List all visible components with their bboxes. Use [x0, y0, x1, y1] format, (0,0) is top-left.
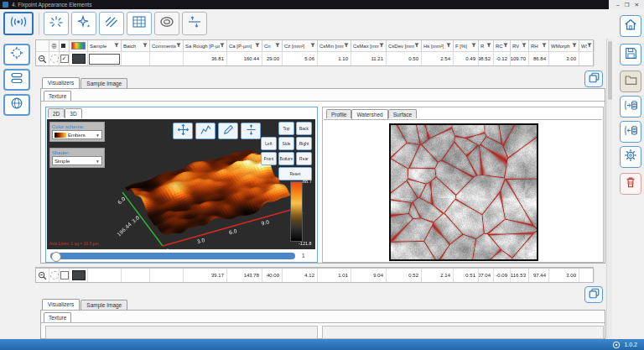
grid-tool-button[interactable] [127, 12, 152, 35]
zoom-out-button[interactable] [36, 269, 49, 282]
cell-sample[interactable] [88, 269, 122, 282]
shader-dropdown[interactable]: Simple ▼ [52, 156, 102, 165]
cell-comments[interactable] [150, 52, 184, 65]
render-3d-viewport[interactable]: Color scheme: Embers ▼ Shader: Simple ▼ … [47, 119, 315, 249]
column-header[interactable]: Sample [88, 40, 122, 51]
filter-funnel-icon[interactable] [414, 43, 419, 49]
printer-icon[interactable] [49, 40, 60, 51]
filter-funnel-icon[interactable] [446, 43, 451, 49]
slider-thumb[interactable] [51, 252, 61, 262]
scrollbar-thumb[interactable] [608, 41, 612, 100]
filter-funnel-icon[interactable] [522, 43, 527, 49]
row-checkbox[interactable] [60, 269, 70, 282]
filter-funnel-icon[interactable] [220, 43, 225, 49]
filter-funnel-icon[interactable] [503, 43, 508, 49]
column-header[interactable]: Cn [262, 40, 283, 51]
vertical-scrollbar[interactable] [606, 39, 612, 339]
tab-profile[interactable]: Profile [326, 109, 351, 118]
delete-button[interactable] [620, 173, 641, 195]
profile-chart-button[interactable] [195, 123, 216, 139]
filter-funnel-icon[interactable] [143, 43, 148, 49]
view-side-button[interactable]: Side [278, 137, 294, 150]
tab-3d[interactable]: 3D [65, 108, 81, 118]
zoom-out-button[interactable] [36, 52, 49, 65]
maximize-button[interactable]: ❐ [625, 0, 630, 9]
z-scale-slider[interactable] [50, 253, 295, 259]
tab-texture-2[interactable]: Texture [44, 312, 71, 322]
column-header[interactable]: CsMin [mm²] [318, 40, 351, 51]
level-split-button[interactable] [241, 123, 261, 139]
column-header[interactable]: F [%] [454, 40, 479, 51]
view-back-button[interactable]: Back [296, 122, 312, 135]
import-data-button[interactable] [620, 121, 641, 143]
export-data-button[interactable] [620, 96, 641, 118]
filter-funnel-icon[interactable] [310, 43, 315, 49]
globe-button[interactable] [3, 94, 30, 116]
column-header[interactable]: RV [511, 40, 529, 51]
column-header[interactable]: R [479, 40, 494, 51]
column-header[interactable]: WS [%] [579, 40, 595, 51]
view-top-button[interactable]: Top [278, 122, 294, 135]
column-header[interactable]: Cz [mm²] [283, 40, 318, 51]
leveling-tool-button[interactable] [182, 12, 207, 35]
sparkle-tool-button[interactable] [71, 12, 96, 35]
column-header[interactable]: WMorph [549, 40, 579, 51]
filter-funnel-icon[interactable] [587, 43, 592, 49]
color-swatch[interactable] [70, 52, 88, 65]
view-right-button[interactable]: Right [296, 137, 312, 150]
minimize-button[interactable]: – [616, 0, 620, 9]
tab-watershed[interactable]: Watershed [351, 109, 387, 119]
table-row[interactable]: ✓36.81160.4429.005.061.1011.210.502.540.… [36, 51, 593, 65]
column-header[interactable]: CsMax [mm²] [351, 40, 387, 51]
filter-funnel-icon[interactable] [379, 43, 384, 49]
column-header[interactable]: Comments [150, 40, 184, 51]
duplicate-view-button-2[interactable] [584, 286, 603, 303]
row-checkbox[interactable]: ✓ [60, 52, 70, 65]
filter-funnel-icon[interactable] [275, 43, 280, 49]
filter-funnel-icon[interactable] [471, 43, 476, 49]
home-button[interactable] [620, 15, 641, 37]
tab-surface[interactable]: Surface [388, 109, 417, 118]
column-header[interactable]: RC [494, 40, 511, 51]
signal-emitter-button[interactable] [3, 12, 34, 35]
column-header[interactable]: Ca [P-µm] [227, 40, 262, 51]
selection-circle[interactable] [49, 269, 60, 282]
column-header[interactable]: Sa Rough [P-µm] [184, 40, 227, 51]
filter-funnel-icon[interactable] [486, 43, 491, 49]
tab-visualizers-2[interactable]: Visualizers [42, 299, 80, 311]
open-folder-button[interactable] [620, 71, 641, 92]
pencil-draw-button[interactable] [218, 123, 238, 139]
rings-tool-button[interactable] [154, 12, 179, 35]
column-header[interactable]: Hs [mm²] [422, 40, 454, 51]
cell-batch[interactable] [122, 52, 150, 65]
filter-funnel-icon[interactable] [114, 43, 119, 49]
view-left-button[interactable]: Left [261, 137, 277, 150]
column-header[interactable]: CsDev [mm²] [387, 40, 422, 51]
filter-funnel-icon[interactable] [344, 43, 349, 49]
filter-funnel-icon[interactable] [255, 43, 260, 49]
tab-2d[interactable]: 2D [48, 108, 65, 118]
cell-sample[interactable] [88, 52, 122, 65]
tab-visualizers[interactable]: Visualizers [42, 77, 80, 89]
color-scheme-dropdown[interactable]: Embers ▼ [52, 130, 102, 139]
slides-stack-button[interactable] [3, 69, 30, 91]
duplicate-view-button[interactable] [584, 71, 603, 87]
cell-comments[interactable] [150, 269, 184, 282]
sample-input[interactable] [89, 54, 120, 65]
column-header[interactable]: RH [529, 40, 549, 51]
column-header[interactable]: Batch [122, 40, 150, 51]
filter-funnel-icon[interactable] [572, 43, 577, 49]
move-pan-button[interactable] [173, 123, 193, 139]
color-swatch[interactable] [70, 269, 88, 282]
filter-funnel-icon[interactable] [542, 43, 547, 49]
tab-texture[interactable]: Texture [44, 91, 71, 101]
filter-funnel-icon[interactable] [176, 43, 181, 49]
table-row[interactable]: 39.17143.7840.004.121.019.040.522.140.51… [36, 268, 593, 282]
view-bottom-button[interactable]: Bottom [278, 152, 294, 165]
watershed-image[interactable] [389, 123, 538, 261]
view-rear-button[interactable]: Rear [296, 152, 312, 165]
cell-batch[interactable] [122, 269, 150, 282]
view-front-button[interactable]: Front [261, 152, 277, 165]
save-button[interactable] [620, 44, 641, 65]
settings-button[interactable] [620, 146, 641, 168]
